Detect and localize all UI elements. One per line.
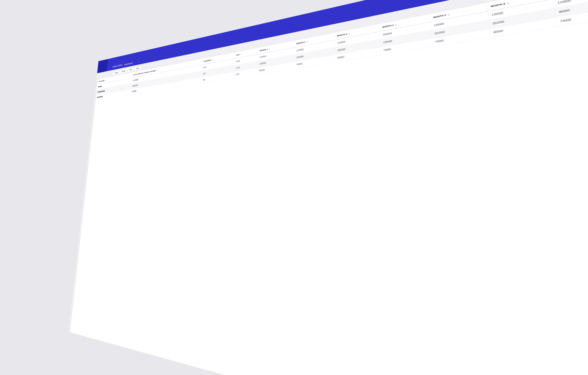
month5-sort-icon: ⇅ <box>448 14 450 16</box>
month6-sort-icon: ⇅ <box>507 2 509 4</box>
volume-sort-icon: ⇅ <box>156 70 157 71</box>
month3-sort-icon: ⇅ <box>348 33 350 35</box>
month4-sort-icon: ⇅ <box>395 24 397 26</box>
csv-button[interactable]: CSV <box>127 67 134 72</box>
month2-sort-icon: ⇅ <box>306 41 308 43</box>
header-left-block <box>97 59 108 73</box>
pdf-button[interactable]: PDF <box>134 66 141 71</box>
cpc-sort-icon: ⇅ <box>241 54 242 55</box>
header-country: United States <box>112 64 123 68</box>
page-wrapper: United States IntrustSearch Get Results … <box>69 0 588 375</box>
country-sort-icon: ⇅ <box>212 59 213 61</box>
excel-button[interactable]: Excel <box>120 69 127 74</box>
header-link[interactable]: IntrustSearch <box>124 62 133 66</box>
copy-button[interactable]: Copy <box>113 70 120 75</box>
month1-sort-icon: ⇅ <box>269 48 270 50</box>
keyword-sort-icon: ▲ <box>105 80 106 81</box>
